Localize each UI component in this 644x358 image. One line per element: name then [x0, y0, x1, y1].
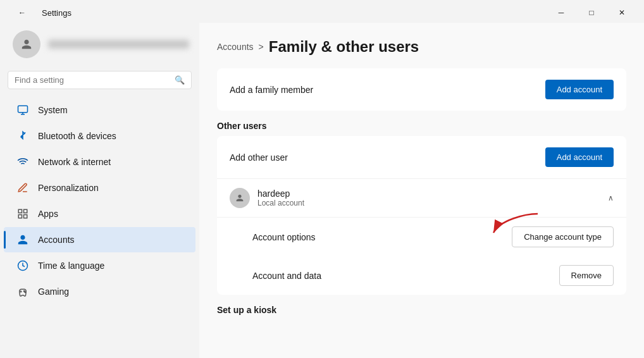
sidebar-item-label-network: Network & internet	[38, 157, 111, 167]
user-account-type: Local account	[257, 199, 304, 207]
breadcrumb[interactable]: Accounts	[217, 42, 254, 52]
minimize-button[interactable]: ─	[547, 4, 576, 22]
kiosk-section-label: Set up a kiosk	[217, 305, 626, 315]
account-data-label: Account and data	[252, 271, 321, 281]
user-name	[48, 40, 189, 49]
sidebar-item-label-time: Time & language	[38, 261, 104, 271]
bluetooth-icon	[16, 130, 29, 142]
title-bar-controls: ─ □ ✕	[547, 4, 636, 22]
network-icon	[16, 156, 29, 168]
sidebar-item-label-system: System	[38, 105, 68, 115]
user-avatar-sm	[230, 188, 250, 208]
add-other-user-label: Add other user	[230, 152, 288, 163]
system-icon	[16, 104, 29, 116]
other-users-card: Add other user Add account hardeep Local…	[217, 136, 626, 295]
add-family-account-button[interactable]: Add account	[545, 80, 614, 99]
sidebar-item-time[interactable]: Time & language	[4, 253, 195, 278]
personalization-icon	[16, 182, 29, 194]
content-area: Accounts > Family & other users Add a fa…	[199, 23, 644, 358]
user-info: hardeep Local account	[230, 188, 304, 208]
accounts-icon	[16, 233, 29, 246]
search-input[interactable]	[15, 75, 170, 85]
change-account-type-button[interactable]: Change account type	[512, 226, 614, 247]
account-options-label: Account options	[252, 232, 316, 242]
svg-rect-0	[18, 106, 28, 113]
add-other-user-row: Add other user Add account	[217, 136, 626, 178]
back-button[interactable]: ←	[8, 4, 37, 22]
title-bar-left: ← Settings	[8, 4, 71, 22]
sidebar-item-label-apps: Apps	[38, 209, 58, 219]
page-title: Family & other users	[269, 38, 419, 56]
user-entry-header[interactable]: hardeep Local account ∧	[217, 179, 626, 217]
user-profile[interactable]	[0, 23, 199, 66]
svg-rect-4	[24, 209, 27, 213]
sidebar-item-bluetooth[interactable]: Bluetooth & devices	[4, 123, 195, 149]
page-header: Accounts > Family & other users	[217, 38, 626, 56]
account-data-row: Account and data Remove	[217, 256, 626, 295]
sidebar-item-label-bluetooth: Bluetooth & devices	[38, 131, 116, 141]
sidebar-item-network[interactable]: Network & internet	[4, 149, 195, 175]
time-icon	[16, 259, 29, 272]
search-box[interactable]: 🔍	[8, 71, 192, 89]
maximize-button[interactable]: □	[577, 4, 606, 22]
sidebar-item-personalization[interactable]: Personalization	[4, 175, 195, 201]
sidebar-item-label-personalization: Personalization	[38, 183, 99, 193]
sidebar-item-accounts[interactable]: Accounts	[4, 227, 195, 252]
chevron-up-icon: ∧	[608, 194, 614, 202]
add-other-account-button[interactable]: Add account	[545, 147, 614, 167]
app-title: Settings	[42, 8, 71, 18]
change-account-type-container: Change account type	[512, 226, 614, 247]
breadcrumb-separator: >	[259, 42, 264, 52]
family-member-label: Add a family member	[230, 85, 313, 95]
svg-point-11	[25, 292, 26, 293]
search-icon: 🔍	[175, 75, 185, 85]
other-users-label: Other users	[217, 121, 626, 131]
account-options-row: Account options Ch	[217, 218, 626, 256]
remove-button[interactable]: Remove	[559, 265, 614, 286]
svg-rect-6	[24, 215, 27, 218]
svg-rect-3	[18, 209, 22, 213]
user-entry-hardeep: hardeep Local account ∧ Account options	[217, 178, 626, 295]
sidebar-item-label-accounts: Accounts	[38, 235, 75, 245]
user-options: Account options Ch	[217, 217, 626, 295]
family-member-row: Add a family member Add account	[217, 68, 626, 111]
close-button[interactable]: ✕	[607, 4, 636, 22]
title-bar: ← Settings ─ □ ✕	[0, 0, 644, 23]
sidebar: 🔍 System Bluetooth & devices Netwo	[0, 23, 199, 358]
sidebar-item-system[interactable]: System	[4, 97, 195, 123]
user-text: hardeep Local account	[257, 188, 304, 207]
sidebar-item-gaming[interactable]: Gaming	[4, 279, 195, 304]
sidebar-item-apps[interactable]: Apps	[4, 201, 195, 226]
apps-icon	[16, 207, 29, 220]
avatar	[13, 30, 40, 58]
sidebar-item-label-gaming: Gaming	[38, 287, 69, 297]
svg-rect-5	[18, 215, 22, 218]
family-member-card: Add a family member Add account	[217, 68, 626, 111]
app-body: 🔍 System Bluetooth & devices Netwo	[0, 23, 644, 358]
user-display-name: hardeep	[257, 188, 304, 199]
gaming-icon	[16, 285, 29, 298]
sidebar-nav: System Bluetooth & devices Network & int…	[0, 97, 199, 305]
